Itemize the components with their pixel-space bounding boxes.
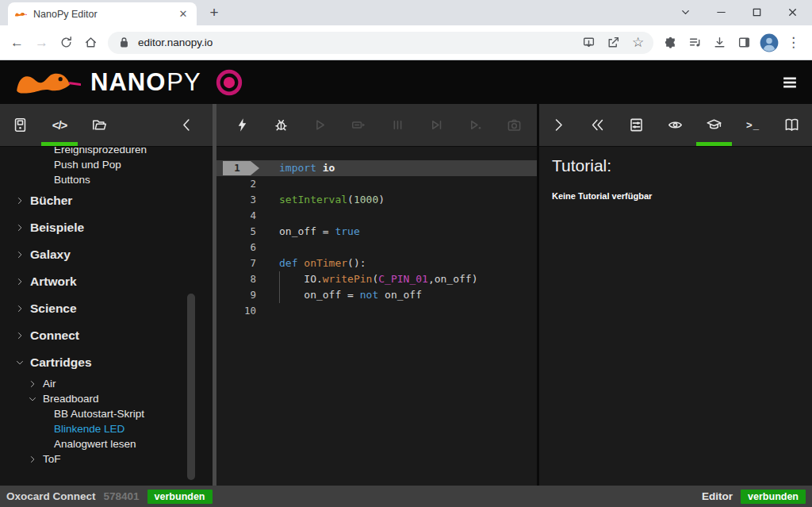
lock-icon [117, 29, 131, 56]
file-browser-icon[interactable] [79, 104, 119, 146]
share-icon[interactable] [601, 29, 626, 56]
settings-sliders-icon[interactable] [617, 104, 656, 146]
console-icon[interactable]: >_ [733, 104, 772, 146]
chevron-right-icon [16, 251, 30, 259]
code-line-6[interactable]: 6 [216, 240, 537, 255]
tutorial-toolbar: >_ [539, 104, 812, 147]
sidebar-toolbar: </> [0, 104, 213, 147]
code-line-2[interactable]: 2 [216, 176, 537, 192]
code-line-7[interactable]: 7def onTimer(): [216, 255, 537, 271]
tree-item-label: ToF [43, 453, 61, 465]
chevron-right-icon [29, 455, 43, 463]
install-app-icon[interactable] [576, 29, 601, 56]
code-editor-icon[interactable]: </> [40, 104, 79, 146]
tree-item-connect[interactable]: Connect [0, 322, 213, 349]
expand-panel-icon[interactable] [539, 104, 578, 146]
tutorial-content: Tutorial: Keine Tutorial verfügbar [539, 147, 812, 210]
tree-item-beispiele[interactable]: Beispiele [0, 214, 213, 241]
run-flash-icon[interactable] [223, 104, 262, 146]
line-number: 8 [216, 271, 264, 287]
tree-item-push-und-pop[interactable]: Push und Pop [0, 157, 213, 172]
tree-item-artwork[interactable]: Artwork [0, 268, 213, 295]
profile-avatar[interactable] [756, 29, 781, 56]
code-line-9[interactable]: 9 on_off = not on_off [216, 287, 537, 303]
downloads-icon[interactable] [707, 29, 732, 56]
extensions-puzzle-icon[interactable] [658, 29, 683, 56]
tab-close-icon[interactable]: ✕ [176, 7, 190, 21]
code-line-3[interactable]: 3setInterval(1000) [216, 192, 537, 208]
tree-item-science[interactable]: Science [0, 295, 213, 322]
code-line-5[interactable]: 5on_off = true [216, 224, 537, 240]
tree-item-label: Bücher [30, 194, 72, 208]
line-number: 6 [216, 240, 264, 255]
step-into-icon [417, 104, 456, 146]
new-tab-button[interactable]: + [203, 2, 225, 24]
code-line-4[interactable]: 4 [216, 208, 537, 224]
tree-item-buttons[interactable]: Buttons [0, 172, 213, 187]
code-editor[interactable]: 1import io23setInterval(1000)45on_off = … [216, 147, 537, 486]
tree-item-cartridges[interactable]: Cartridges [0, 349, 213, 376]
browser-actions: ⋮ [658, 29, 806, 56]
preview-eye-icon[interactable] [656, 104, 695, 146]
indent-guide [279, 271, 280, 287]
browser-tab[interactable]: NanoPy Editor ✕ [8, 2, 197, 25]
debug-bug-icon[interactable] [262, 104, 301, 146]
code-text [264, 303, 279, 319]
code-line-10[interactable]: 10 [216, 303, 537, 319]
docs-book-icon[interactable] [772, 104, 811, 146]
nanopy-snake-logo [13, 67, 81, 98]
save-icon[interactable] [0, 104, 40, 146]
status-bar: Oxocard Connect 578401 verbunden Editor … [0, 486, 812, 507]
app-header: NANO PY [0, 60, 812, 104]
tree-item-bücher[interactable]: Bücher [0, 187, 213, 214]
line-number: 9 [216, 287, 264, 303]
tree-item-air[interactable]: Air [0, 376, 213, 391]
code-text: setInterval(1000) [264, 192, 385, 208]
tree-item-label: BB Autostart-Skript [54, 408, 144, 420]
collapse-sidebar-icon[interactable] [167, 104, 206, 146]
play-icon [301, 104, 339, 146]
home-icon[interactable] [79, 29, 103, 56]
tree-item-ereignisprozeduren[interactable]: Ereignisprozeduren [0, 147, 213, 157]
code-line-1[interactable]: 1import io [216, 160, 537, 176]
tree-item-label: Ereignisprozeduren [54, 147, 147, 156]
minimize-icon[interactable] [703, 0, 739, 24]
pause-icon [378, 104, 417, 146]
tree-item-label: Artwork [30, 275, 77, 289]
tree-item-bb-autostart-skript[interactable]: BB Autostart-Skript [0, 406, 213, 421]
tree-item-breadboard[interactable]: Breadboard [0, 391, 213, 406]
collapse-all-icon[interactable] [578, 104, 617, 146]
browser-toolbar: ←→ editor.nanopy.io ☆ ⋮ [0, 25, 812, 60]
tree-item-tof[interactable]: ToF [0, 451, 213, 467]
main-area: </> EreignisprozedurenPush und PopButton… [0, 104, 812, 486]
tree-item-label: Cartridges [30, 355, 92, 370]
nanopy-favicon [14, 10, 27, 19]
tutorial-pane: >_ Tutorial: Keine Tutorial verfügbar [539, 104, 812, 486]
maximize-icon[interactable] [739, 0, 775, 24]
indent-guide [279, 287, 280, 303]
tree-item-analogwert-lesen[interactable]: Analogwert lesen [0, 436, 213, 451]
line-number: 5 [216, 224, 264, 240]
url-text[interactable]: editor.nanopy.io [138, 36, 569, 48]
hamburger-menu-icon[interactable] [780, 73, 799, 92]
window-menu-chevron-icon[interactable] [668, 0, 703, 24]
address-bar[interactable]: editor.nanopy.io ☆ [108, 32, 653, 54]
sidebar-scrollbar[interactable] [187, 294, 195, 480]
bookmark-star-icon[interactable]: ☆ [626, 29, 650, 56]
step-out-icon [456, 104, 495, 146]
browser-nav: ←→ [5, 29, 103, 56]
brand-wordmark: NANO PY [90, 70, 201, 94]
reload-icon[interactable] [54, 29, 79, 56]
close-window-icon[interactable] [775, 0, 810, 24]
chevron-down-icon [29, 395, 43, 403]
back-icon[interactable]: ← [5, 29, 29, 56]
screenshot-icon [495, 104, 534, 146]
tree-item-galaxy[interactable]: Galaxy [0, 241, 213, 268]
tree-item-blinkende-led[interactable]: Blinkende LED [0, 421, 213, 436]
tree-item-label: Buttons [54, 174, 90, 186]
tutorial-cap-icon[interactable] [695, 104, 733, 146]
side-panel-icon[interactable] [732, 29, 756, 56]
browser-menu-icon[interactable]: ⋮ [781, 29, 806, 56]
code-line-8[interactable]: 8 IO.writePin(C_PIN_01,on_off) [216, 271, 537, 287]
media-controls-icon[interactable] [683, 29, 707, 56]
